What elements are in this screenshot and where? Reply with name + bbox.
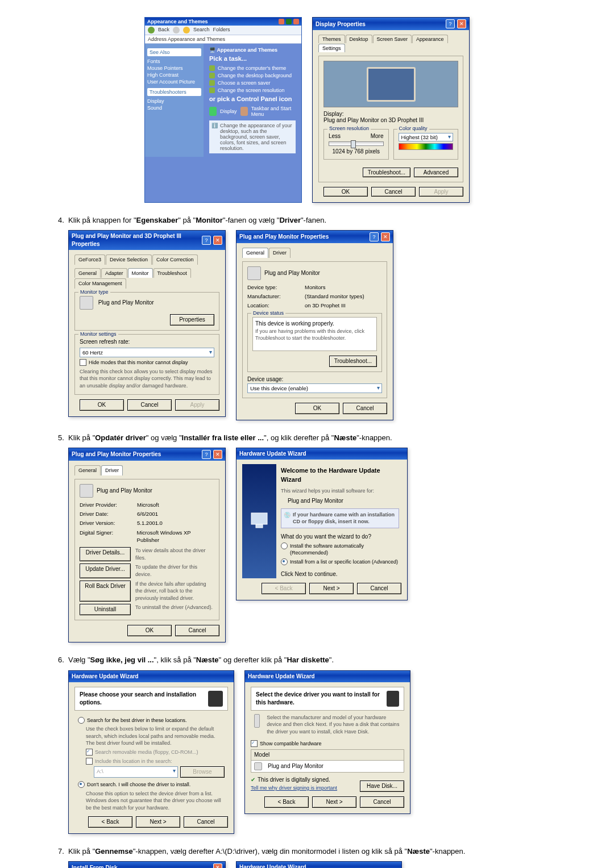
side-item[interactable]: Sound [147,105,201,111]
signed-text: This driver is digitally signed. [258,776,330,784]
apply-button[interactable]: Apply [419,187,463,197]
cancel-button[interactable]: Cancel [184,816,228,828]
tab[interactable]: Color Management [74,278,126,289]
ok-button[interactable]: OK [295,403,339,414]
browse-button[interactable]: Browse [180,766,225,778]
minimize-icon[interactable] [279,19,284,24]
cancel-button[interactable]: Cancel [371,187,416,197]
uninstall-button[interactable]: Uninstall [80,604,131,615]
next-button[interactable]: Next > [312,796,356,808]
up-icon[interactable] [183,27,190,34]
tab[interactable]: Adapter [101,268,127,278]
tab-themes[interactable]: Themes [318,35,345,43]
side-item[interactable]: Display [147,98,201,104]
task-item[interactable]: Change the screen resolution [209,87,296,93]
side-item[interactable]: High Contrast [147,72,201,78]
tab[interactable]: Color Correction [152,254,198,265]
folders-button[interactable]: Folders [213,27,230,34]
help-icon[interactable]: ? [446,19,455,28]
ok-button[interactable]: OK [80,399,124,411]
category-title: Appearance and Themes [217,47,278,53]
include-location-checkbox[interactable]: Include this location in the search: [86,758,225,765]
tab-appearance[interactable]: Appearance [412,35,448,43]
model-header: Model [251,750,404,761]
cancel-button[interactable]: Cancel [360,796,404,808]
apply-button[interactable]: Apply [175,399,219,411]
side-panel: See Also Fonts Mouse Pointers High Contr… [145,44,204,157]
cancel-button[interactable]: Cancel [357,583,401,594]
close-icon[interactable] [293,19,299,24]
properties-button[interactable]: Properties [170,314,214,326]
show-compatible-checkbox[interactable]: Show compatible hardware [251,740,404,748]
tab[interactable]: General [74,268,101,278]
resolution-slider[interactable] [329,141,384,146]
wizard-continue: Click Next to continue. [281,570,399,578]
task-item[interactable]: Change the computer's theme [209,65,296,71]
update-driver-button[interactable]: Update Driver... [80,564,131,578]
install-auto-radio[interactable]: Install the software automatically (Reco… [281,542,399,557]
task-item[interactable]: Choose a screen saver [209,80,296,86]
back-button[interactable]: < Back [88,816,132,828]
close-icon[interactable]: ✕ [213,236,222,245]
help-icon[interactable]: ? [370,232,379,241]
advanced-button[interactable]: Advanced [414,168,458,177]
address-bar[interactable]: Address Appearance and Themes [145,35,301,44]
model-row[interactable]: Plug and Play Monitor [251,761,404,772]
side-item[interactable]: Fonts [147,59,201,64]
tab-screensaver[interactable]: Screen Saver [373,35,412,43]
device-usage-label: Device usage: [247,375,382,383]
tab[interactable]: Device Selection [106,254,152,265]
troubleshoot-button[interactable]: Troubleshoot... [329,356,377,367]
tab-driver[interactable]: Driver [269,248,291,258]
tab[interactable]: Troubleshoot [154,268,191,278]
tab-settings[interactable]: Settings [318,44,345,52]
help-icon[interactable]: ? [202,450,211,459]
side-item[interactable]: User Account Picture [147,79,201,85]
next-button[interactable]: Next > [136,816,180,828]
maximize-icon[interactable] [286,19,292,24]
task-item[interactable]: Change the desktop background [209,73,296,78]
forward-icon[interactable] [173,27,180,34]
back-button[interactable]: < Back [264,796,309,808]
have-disk-button[interactable]: Have Disk... [360,781,404,792]
refresh-rate-select[interactable]: 60 Hertz [80,348,214,357]
tab-desktop[interactable]: Desktop [346,35,372,43]
tab[interactable]: GeForce3 [74,254,105,265]
help-icon[interactable]: ? [202,236,211,245]
ok-button[interactable]: OK [323,187,368,197]
troubleshoot-button[interactable]: Troubleshoot... [363,168,410,177]
install-from-list-radio[interactable]: Install from a list or specific location… [281,558,399,566]
close-icon[interactable]: ✕ [381,232,390,241]
hide-modes-checkbox[interactable]: Hide modes that this monitor cannot disp… [80,359,214,366]
driver-details-button[interactable]: Driver Details... [80,547,131,561]
location-path[interactable]: A:\ [94,766,178,778]
color-quality-select[interactable]: Highest (32 bit) [399,133,454,141]
side-item[interactable]: Mouse Pointers [147,65,201,71]
rollback-driver-button[interactable]: Roll Back Driver [80,581,131,602]
next-button[interactable]: Next > [309,583,354,594]
cancel-button[interactable]: Cancel [343,403,387,414]
close-icon[interactable]: ✕ [213,863,222,868]
display-label: Display: [323,111,458,117]
device-usage-select[interactable]: Use this device (enable) [247,383,382,393]
dont-search-radio[interactable]: Don't search. I will choose the driver t… [78,781,225,788]
tab-general[interactable]: General [74,465,101,475]
pick-a-task-heading: Pick a task... [209,55,296,62]
search-removable-checkbox[interactable]: Search removable media (floppy, CD-ROM..… [86,749,225,756]
cancel-button[interactable]: Cancel [175,625,219,636]
cancel-button[interactable]: Cancel [127,399,172,411]
tab-driver[interactable]: Driver [101,465,123,475]
tell-me-why-link[interactable]: Tell me why driver signing is important [251,785,337,791]
close-icon[interactable]: ✕ [213,450,222,459]
tab-monitor[interactable]: Monitor [128,268,153,278]
cp-icon-display[interactable]: Display Taskbar and Start Menu [209,106,296,117]
back-icon[interactable] [148,27,155,34]
search-best-radio[interactable]: Search for the best driver in these loca… [78,717,225,724]
search-button[interactable]: Search [193,27,210,34]
tab-general[interactable]: General [242,248,268,258]
close-icon[interactable]: ✕ [457,19,466,28]
ok-button[interactable]: OK [127,625,172,636]
back-button[interactable]: Back [158,27,169,34]
step-6: Vælg "Søg ikke, jeg vil ...", klik så på… [68,655,580,833]
back-button[interactable]: < Back [262,583,306,594]
